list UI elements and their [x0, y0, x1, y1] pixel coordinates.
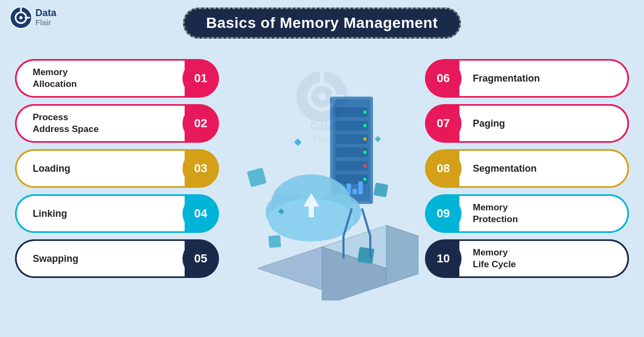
center-illustration: DataFlair [225, 48, 419, 306]
item-number-5: 05 [182, 240, 219, 277]
item-text-7: Paging [473, 118, 505, 129]
item-text-4: Linking [33, 208, 67, 219]
list-item: Swapping 05 [15, 239, 219, 278]
item-wrap-4: Linking 04 [15, 194, 219, 233]
item-text-9: MemoryProtection [473, 202, 518, 225]
item-wrap-10: 10 MemoryLife Cycle [425, 239, 629, 278]
svg-rect-31 [358, 181, 363, 194]
left-items-column: MemoryAllocation 01 ProcessAddress Space… [15, 59, 219, 278]
item-wrap-2: ProcessAddress Space 02 [15, 104, 219, 143]
svg-point-27 [363, 178, 367, 181]
list-item: Linking 04 [15, 194, 219, 233]
right-items-column: 06 Fragmentation 07 Paging 08 Segmentati… [425, 59, 629, 278]
svg-point-23 [363, 124, 367, 127]
svg-marker-13 [386, 225, 419, 284]
svg-rect-30 [353, 189, 357, 194]
svg-point-26 [363, 164, 367, 167]
item-label-6: Fragmentation [459, 59, 629, 98]
svg-point-24 [363, 137, 367, 141]
item-text-1: MemoryAllocation [33, 67, 77, 90]
list-item: 09 MemoryProtection [425, 194, 629, 233]
svg-rect-19 [335, 148, 368, 157]
item-wrap-3: Loading 03 [15, 149, 219, 188]
item-text-6: Fragmentation [473, 73, 540, 84]
list-item: Loading 03 [15, 149, 219, 188]
svg-rect-18 [335, 134, 368, 144]
item-number-8: 08 [425, 150, 462, 187]
item-wrap-8: 08 Segmentation [425, 149, 629, 188]
list-item: 10 MemoryLife Cycle [425, 239, 629, 278]
logo: Data Flair [10, 6, 56, 29]
item-label-2: ProcessAddress Space [15, 104, 185, 143]
item-text-8: Segmentation [473, 163, 537, 174]
page-title: Basics of Memory Management [206, 14, 438, 31]
item-number-6: 06 [425, 60, 462, 97]
svg-rect-39 [268, 235, 281, 248]
item-text-2: ProcessAddress Space [33, 112, 99, 135]
item-number-3: 03 [182, 150, 219, 187]
svg-point-22 [363, 111, 367, 114]
item-label-10: MemoryLife Cycle [459, 239, 629, 278]
logo-data-label: Data [35, 8, 56, 19]
server-illustration [225, 54, 419, 301]
item-text-10: MemoryLife Cycle [473, 247, 516, 270]
item-label-5: Swapping [15, 239, 185, 278]
item-label-1: MemoryAllocation [15, 59, 185, 98]
svg-rect-20 [335, 161, 368, 171]
svg-rect-37 [247, 167, 267, 187]
list-item: 07 Paging [425, 104, 629, 143]
item-label-3: Loading [15, 149, 185, 188]
item-text-5: Swapping [33, 253, 78, 265]
logo-flair-label: Flair [35, 19, 56, 27]
item-wrap-1: MemoryAllocation 01 [15, 59, 219, 98]
svg-rect-16 [335, 107, 368, 117]
item-label-8: Segmentation [459, 149, 629, 188]
svg-rect-38 [374, 182, 389, 197]
svg-point-25 [363, 151, 367, 154]
logo-icon [10, 6, 32, 29]
svg-rect-40 [357, 247, 375, 264]
item-number-2: 02 [182, 105, 219, 142]
title-container: Basics of Memory Management [183, 8, 461, 39]
list-item: 08 Segmentation [425, 149, 629, 188]
item-number-4: 04 [182, 195, 219, 232]
item-number-7: 07 [425, 105, 462, 142]
svg-rect-42 [375, 136, 380, 142]
item-wrap-9: 09 MemoryProtection [425, 194, 629, 233]
item-number-9: 09 [425, 195, 462, 232]
item-label-9: MemoryProtection [459, 194, 629, 233]
logo-text: Data Flair [35, 8, 56, 27]
item-wrap-7: 07 Paging [425, 104, 629, 143]
svg-point-2 [19, 16, 23, 19]
item-number-10: 10 [425, 240, 462, 277]
item-wrap-5: Swapping 05 [15, 239, 219, 278]
list-item: MemoryAllocation 01 [15, 59, 219, 98]
item-label-7: Paging [459, 104, 629, 143]
item-label-4: Linking [15, 194, 185, 233]
list-item: ProcessAddress Space 02 [15, 104, 219, 143]
item-text-3: Loading [33, 163, 70, 174]
item-number-1: 01 [182, 60, 219, 97]
svg-rect-41 [294, 138, 302, 146]
svg-rect-17 [335, 121, 368, 130]
list-item: 06 Fragmentation [425, 59, 629, 98]
item-wrap-6: 06 Fragmentation [425, 59, 629, 98]
